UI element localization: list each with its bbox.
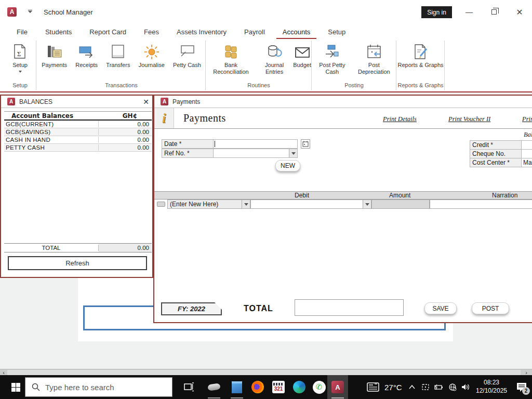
date-label: Date *	[162, 139, 214, 149]
disk-app-button[interactable]	[204, 375, 224, 399]
record-selector[interactable]	[157, 202, 165, 207]
ribbon-receipts-button[interactable]: Receipts	[75, 43, 98, 69]
save-button[interactable]: SAVE	[424, 302, 457, 314]
restore-button[interactable]	[488, 6, 500, 18]
ribbon-post-petty-cash-button[interactable]: Post Petty Cash	[312, 43, 352, 75]
envelope-icon	[294, 43, 311, 60]
volume-icon[interactable]	[459, 375, 473, 399]
quick-access-customize-icon[interactable]	[27, 9, 33, 15]
media-player-button[interactable]: 321	[268, 375, 289, 399]
refresh-button[interactable]: Refresh	[8, 256, 147, 270]
ribbon-journalise-button[interactable]: Journalise	[139, 43, 165, 69]
fiscal-year-button[interactable]: FY: 2022	[161, 302, 222, 315]
menu-report-card[interactable]: Report Card	[83, 25, 132, 39]
windows-logo-icon	[11, 383, 20, 392]
credit-value-field[interactable]	[521, 140, 532, 150]
ribbon-group-setup: Σ Setup Setup	[4, 41, 36, 90]
ref-no-combobox[interactable]	[213, 149, 298, 158]
report-pencil-icon	[412, 43, 429, 60]
dropdown-arrow-icon[interactable]	[289, 149, 297, 157]
notification-center-button[interactable]: 2	[512, 375, 531, 399]
taskbar-search[interactable]	[25, 377, 172, 397]
scrollbar-thumb[interactable]	[7, 370, 521, 375]
print-voucher-ii-link[interactable]: Print Voucher II	[448, 115, 490, 123]
print-details-link[interactable]: Print Details	[383, 115, 417, 123]
debit-account-combobox[interactable]	[250, 200, 371, 209]
dropdown-arrow-icon[interactable]	[242, 200, 250, 208]
setup-sigma-document-icon: Σ	[12, 43, 28, 60]
news-weather-widget[interactable]: 27°C	[363, 375, 406, 399]
ribbon-setup-button[interactable]: Σ Setup	[12, 43, 28, 73]
balances-close-icon[interactable]: ✕	[143, 98, 149, 106]
ribbon-journal-entries-button[interactable]: Journal Entries	[256, 43, 293, 75]
menu-students[interactable]: Students	[39, 25, 78, 39]
post-button[interactable]: POST	[472, 302, 509, 314]
payments-titlebar[interactable]: A Payments	[154, 96, 532, 108]
news-icon	[367, 382, 379, 392]
ribbon-post-depreciation-button[interactable]: Post Depreciation	[352, 43, 396, 75]
tablet-mode-icon[interactable]	[419, 375, 432, 399]
edge-button[interactable]	[289, 375, 310, 399]
ribbon-petty-cash-button[interactable]: Petty Cash	[173, 43, 201, 69]
ribbon-group-posting: Post Petty Cash Post Depreciation Postin…	[312, 41, 396, 90]
tray-expand-icon[interactable]	[405, 375, 419, 399]
close-button[interactable]: ✕	[514, 6, 525, 18]
minimize-button[interactable]: —	[463, 6, 475, 18]
table-row[interactable]: PETTY CASH 0.00	[4, 144, 152, 152]
amount-field[interactable]	[371, 200, 430, 209]
dropdown-arrow-icon[interactable]	[363, 200, 371, 208]
ledger-books-icon	[46, 43, 63, 60]
cheque-no-field[interactable]	[521, 149, 532, 158]
ribbon-transfers-button[interactable]: Transfers	[106, 43, 130, 69]
menu-fees[interactable]: Fees	[138, 25, 165, 39]
menu-assets-inventory[interactable]: Assets Inventory	[170, 25, 233, 39]
new-button[interactable]: NEW	[275, 160, 300, 171]
ribbon-group-label-reports-graphs: Reports & Graphs	[397, 82, 444, 90]
table-row[interactable]: CASH IN HAND 0.00	[4, 136, 152, 144]
ribbon-reports-graphs-button[interactable]: Reports & Graphs	[397, 43, 443, 69]
firefox-button[interactable]	[247, 375, 268, 399]
taskbar-clock[interactable]: 08:23 12/10/2025	[472, 375, 511, 399]
access-form-icon: A	[7, 98, 15, 105]
balances-titlebar[interactable]: A BALANCES ✕	[1, 96, 152, 108]
battery-icon[interactable]	[432, 375, 446, 399]
menu-file[interactable]: File	[10, 25, 34, 39]
titlebar: A School Manager Sign in — ✕	[0, 0, 532, 24]
start-button[interactable]	[6, 375, 25, 399]
enter-new-combobox[interactable]: (Enter New Here)	[167, 200, 250, 209]
payments-window-title: Payments	[172, 98, 200, 105]
access-taskbar-icon: A	[331, 381, 344, 393]
access-app-button[interactable]: A	[327, 375, 348, 399]
ribbon: Σ Setup Setup Payments Receipts	[0, 39, 532, 92]
search-icon	[32, 383, 40, 391]
cost-center-field[interactable]: Main	[521, 158, 532, 167]
narration-field[interactable]	[430, 200, 532, 209]
print-voucher-link[interactable]: Print Voucher	[522, 115, 532, 123]
grid-header-debit: Debit	[295, 192, 309, 199]
menu-accounts[interactable]: Accounts	[276, 25, 316, 39]
date-input[interactable]	[213, 139, 298, 149]
cost-center-label: Cost Center *	[470, 158, 522, 167]
horizontal-scrollbar[interactable]: ‹ ›	[0, 369, 532, 375]
search-input[interactable]	[45, 383, 159, 392]
ribbon-budget-button[interactable]: Budget	[293, 43, 311, 69]
svg-text:Σ: Σ	[17, 50, 21, 58]
table-row[interactable]: GCB(CURRENT) 0.00	[4, 121, 152, 128]
network-globe-icon[interactable]	[446, 375, 459, 399]
task-view-button[interactable]	[179, 375, 200, 399]
whatsapp-button[interactable]: ✆	[309, 375, 329, 399]
table-row[interactable]: GCB(SAVINGS) 0.00	[4, 128, 152, 136]
ribbon-payments-button[interactable]: Payments	[42, 43, 67, 69]
gold-info-icon: i	[162, 111, 166, 126]
menu-setup[interactable]: Setup	[322, 25, 352, 39]
credit-label: Credit *	[470, 140, 522, 150]
menu-payroll[interactable]: Payroll	[238, 25, 271, 39]
blue-box-app-button[interactable]	[227, 375, 247, 399]
sign-in-button[interactable]: Sign in	[421, 6, 452, 18]
ribbon-bank-reconciliation-button[interactable]: Bank Reconciliation	[206, 43, 256, 75]
col-account-balances: Account Balances	[4, 112, 99, 119]
media-player-321-icon: 321	[272, 381, 285, 393]
payments-total-field[interactable]	[295, 299, 404, 316]
setup-dropdown-caret-icon	[19, 71, 22, 73]
date-picker-button[interactable]	[301, 139, 310, 149]
